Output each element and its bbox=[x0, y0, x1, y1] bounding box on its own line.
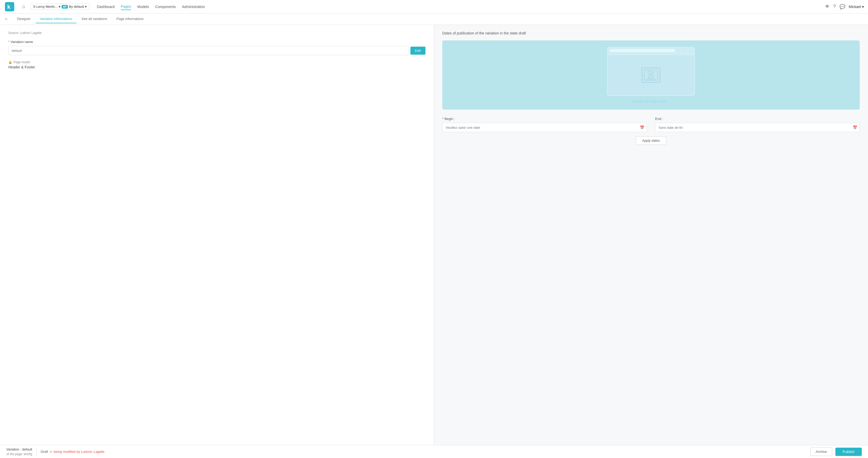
page-model-section: 🔒 Page model Header & Footer bbox=[8, 60, 426, 69]
browser-dot-3 bbox=[688, 49, 692, 52]
user-dropdown[interactable]: Mickael ▾ bbox=[849, 5, 864, 9]
nav-dashboard[interactable]: Dashboard bbox=[97, 4, 115, 10]
tab-see-all-variations[interactable]: See all variations bbox=[78, 15, 111, 23]
page-model-value: Header & Footer bbox=[8, 65, 426, 69]
begin-label: * Begin : bbox=[442, 117, 647, 121]
nav-models[interactable]: Models bbox=[137, 4, 149, 10]
user-chevron-icon: ▾ bbox=[862, 5, 864, 9]
xp-badge: XP bbox=[62, 5, 68, 8]
back-button[interactable]: ← bbox=[4, 16, 9, 22]
site-chevron-icon: ▾ bbox=[85, 5, 87, 8]
logo-area: k bbox=[4, 1, 15, 12]
variation-name-group: * Variation name Edit bbox=[8, 40, 426, 55]
browser-dot-1 bbox=[677, 49, 681, 52]
dates-row: * Begin : 📅 End : 📅 bbox=[442, 117, 860, 132]
variation-name-label: * Variation name bbox=[8, 40, 426, 44]
begin-date-wrap: 📅 bbox=[442, 123, 647, 132]
dates-section: * Begin : 📅 End : 📅 Apply dates bbox=[442, 117, 860, 145]
end-label: End : bbox=[655, 117, 860, 121]
nav-components[interactable]: Components bbox=[155, 4, 176, 10]
main-content: Source: Ludovic Lagatie * Variation name… bbox=[0, 25, 868, 445]
apply-btn-wrap: Apply dates bbox=[442, 136, 860, 145]
nav-right-icons: 👁 ? 💬 Mickael ▾ bbox=[825, 4, 864, 9]
camera-icon bbox=[641, 65, 661, 86]
site-selector[interactable]: S Leroy Merlin... ▾ XP By default ▾ bbox=[30, 3, 90, 10]
browser-content bbox=[607, 54, 695, 96]
label-text: Variation name bbox=[11, 40, 33, 44]
tab-variation-informations[interactable]: Variation informations bbox=[36, 15, 76, 23]
eye-icon[interactable]: 👁 bbox=[825, 4, 830, 9]
right-panel: Dates of publication of the variation in… bbox=[434, 25, 868, 445]
svg-point-5 bbox=[648, 74, 654, 79]
home-icon[interactable]: ⌂ bbox=[22, 4, 25, 9]
second-nav-tabs: Designer Variation informations See all … bbox=[13, 15, 148, 23]
tab-designer[interactable]: Designer bbox=[13, 15, 35, 23]
lock-icon: 🔒 bbox=[8, 60, 12, 64]
svg-text:k: k bbox=[7, 4, 11, 10]
chat-icon[interactable]: 💬 bbox=[839, 4, 845, 9]
begin-calendar-icon: 📅 bbox=[640, 125, 644, 129]
user-name: Mickael bbox=[849, 5, 861, 9]
dates-section-title: Dates of publication of the variation in… bbox=[442, 31, 860, 35]
site-name: S Leroy Merlin... bbox=[33, 5, 58, 8]
variation-name-row: Edit bbox=[8, 46, 426, 55]
browser-dot-2 bbox=[683, 49, 686, 52]
default-label: By default bbox=[69, 5, 84, 8]
end-calendar-icon: 📅 bbox=[853, 125, 857, 129]
svg-point-6 bbox=[650, 75, 652, 78]
coming-soon-text: shoot coming soon... bbox=[632, 99, 670, 103]
begin-date-input[interactable] bbox=[442, 123, 647, 132]
logo: k bbox=[4, 1, 15, 12]
second-navigation: ← Designer Variation informations See al… bbox=[0, 13, 868, 25]
nav-pages[interactable]: Pages bbox=[121, 3, 131, 10]
nav-links: Dashboard Pages Models Components Admini… bbox=[97, 3, 822, 10]
variation-name-input[interactable] bbox=[8, 46, 408, 55]
source-label: Source: Ludovic Lagatie bbox=[8, 31, 426, 35]
chevron-down-icon: ▾ bbox=[59, 5, 61, 8]
edit-button[interactable]: Edit bbox=[410, 47, 426, 55]
end-date-group: End : 📅 bbox=[655, 117, 860, 132]
left-panel: Source: Ludovic Lagatie * Variation name… bbox=[0, 25, 434, 445]
browser-bar bbox=[607, 47, 695, 54]
nav-administration[interactable]: Administration bbox=[182, 4, 205, 10]
end-date-wrap: 📅 bbox=[655, 123, 860, 132]
apply-dates-button[interactable]: Apply dates bbox=[636, 136, 666, 145]
svg-rect-4 bbox=[648, 71, 654, 73]
browser-mockup bbox=[607, 47, 695, 96]
end-date-input[interactable] bbox=[655, 123, 860, 132]
coming-soon-container: shoot coming soon... bbox=[442, 40, 860, 110]
top-navigation: k ⌂ S Leroy Merlin... ▾ XP By default ▾ … bbox=[0, 0, 868, 13]
browser-url-bar bbox=[610, 49, 675, 52]
tab-page-informations[interactable]: Page informations bbox=[113, 15, 148, 23]
help-icon[interactable]: ? bbox=[833, 4, 836, 9]
required-marker: * bbox=[8, 40, 9, 44]
begin-date-group: * Begin : 📅 bbox=[442, 117, 647, 132]
page-model-label: 🔒 Page model bbox=[8, 60, 426, 64]
